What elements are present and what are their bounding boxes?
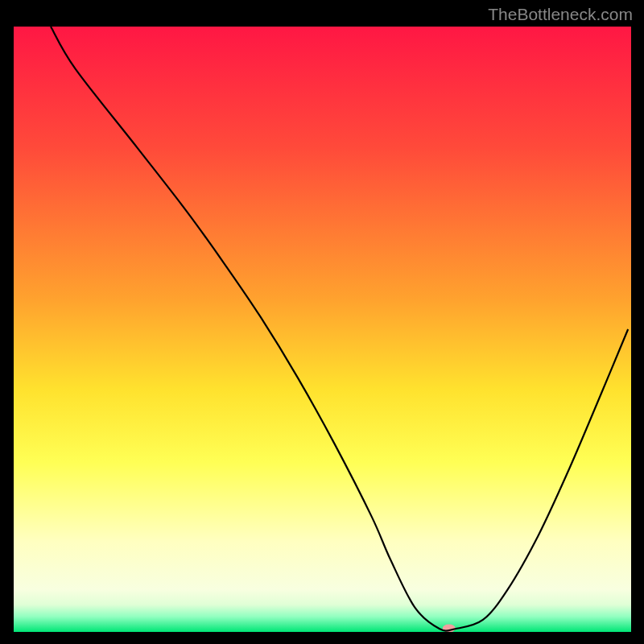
plot-area <box>14 27 631 632</box>
chart-frame: TheBottleneck.com <box>0 0 644 644</box>
gradient-background <box>14 27 631 632</box>
watermark-text: TheBottleneck.com <box>488 5 633 24</box>
plot-svg <box>14 27 631 632</box>
